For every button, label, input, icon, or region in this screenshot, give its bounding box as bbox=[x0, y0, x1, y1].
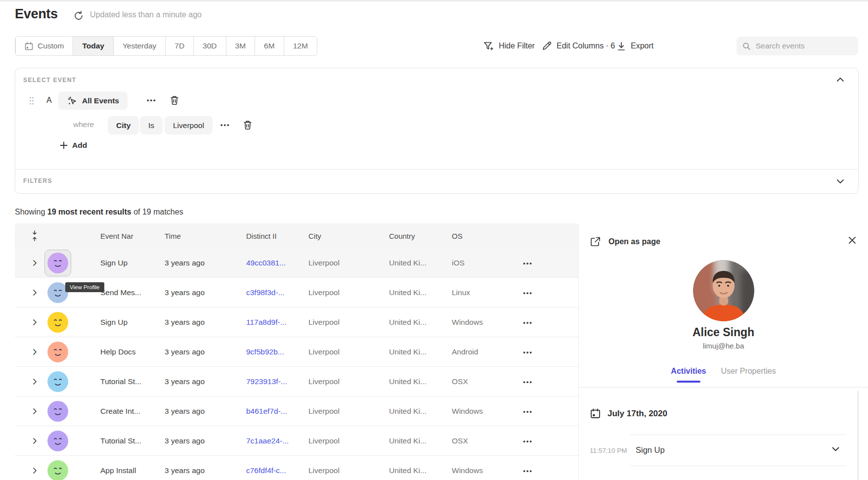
profile-photo[interactable] bbox=[693, 260, 754, 321]
country-cell: United Ki... bbox=[389, 396, 448, 426]
city-cell: Liverpool bbox=[308, 396, 385, 426]
expand-row-icon[interactable] bbox=[27, 307, 42, 337]
operator-chip-label: Is bbox=[148, 121, 154, 130]
user-avatar[interactable] bbox=[47, 341, 69, 363]
property-chip-label: City bbox=[116, 121, 130, 130]
distinct-id-link[interactable]: 7923913f-... bbox=[246, 377, 287, 386]
column-header-city[interactable]: City bbox=[308, 223, 321, 248]
distinct-id-link[interactable]: 7c1aae24-... bbox=[246, 436, 289, 445]
profile-tab[interactable]: User Properties bbox=[721, 367, 776, 383]
open-as-page-button[interactable]: Open as page bbox=[590, 236, 660, 247]
more-options-icon[interactable]: ••• bbox=[220, 121, 230, 129]
export-button[interactable]: Export bbox=[617, 36, 653, 56]
distinct-id-link[interactable]: 9cf5b92b... bbox=[246, 348, 284, 356]
value-chip[interactable]: Liverpool bbox=[165, 116, 213, 134]
event-name-cell: Help Docs bbox=[100, 337, 162, 367]
refresh-icon[interactable] bbox=[73, 10, 85, 22]
date-range-tab[interactable]: Yesterday bbox=[113, 37, 165, 55]
user-avatar[interactable] bbox=[47, 460, 69, 480]
close-icon[interactable] bbox=[848, 236, 856, 244]
expand-row-icon[interactable] bbox=[27, 248, 42, 278]
pencil-icon bbox=[542, 41, 552, 51]
date-range-tab[interactable]: Custom bbox=[15, 37, 73, 55]
row-more-options-icon[interactable]: ••• bbox=[523, 437, 533, 445]
row-more-options-icon[interactable]: ••• bbox=[523, 260, 533, 267]
city-cell: Liverpool bbox=[308, 337, 385, 367]
avatar-cell bbox=[44, 307, 71, 337]
table-row: Help Docs 3 years ago 9cf5b92b... Liverp… bbox=[15, 337, 578, 367]
avatar-cell bbox=[44, 248, 71, 278]
chevron-down-icon[interactable] bbox=[836, 177, 844, 186]
column-header-distinct-id[interactable]: Distinct II bbox=[246, 223, 277, 248]
row-more-options-icon[interactable]: ••• bbox=[523, 408, 533, 415]
distinct-id-cell: c3f98f3d-... bbox=[246, 278, 305, 307]
more-options-icon[interactable]: ••• bbox=[147, 96, 157, 104]
avatar-cell bbox=[44, 456, 71, 480]
row-more-options-icon[interactable]: ••• bbox=[523, 378, 533, 386]
scrollbar[interactable] bbox=[858, 391, 859, 480]
os-cell: Android bbox=[452, 337, 511, 367]
edit-columns-button[interactable]: Edit Columns · 6 bbox=[542, 36, 615, 56]
user-avatar[interactable] bbox=[44, 250, 71, 276]
column-header-time[interactable]: Time bbox=[165, 223, 181, 248]
column-header-os[interactable]: OS bbox=[452, 223, 463, 248]
add-clause-button[interactable]: Add bbox=[60, 141, 87, 150]
row-more-options-icon[interactable]: ••• bbox=[523, 289, 533, 297]
time-cell: 3 years ago bbox=[165, 396, 241, 426]
chevron-down-icon[interactable] bbox=[832, 447, 839, 451]
open-as-page-label: Open as page bbox=[608, 237, 660, 246]
expand-row-icon[interactable] bbox=[27, 426, 42, 456]
date-range-tab[interactable]: 6M bbox=[255, 37, 284, 55]
hide-filter-button[interactable]: Hide Filter bbox=[483, 36, 535, 56]
city-cell: Liverpool bbox=[308, 278, 385, 307]
search-events-box[interactable] bbox=[737, 37, 858, 55]
expand-row-icon[interactable] bbox=[27, 456, 42, 480]
drag-handle-icon[interactable] bbox=[29, 96, 34, 107]
column-header-event-name[interactable]: Event Nar bbox=[100, 223, 133, 248]
time-cell: 3 years ago bbox=[165, 278, 241, 307]
date-range-tab[interactable]: 12M bbox=[284, 37, 317, 55]
activity-item[interactable]: 11:57:10 PM Sign Up bbox=[579, 435, 868, 466]
distinct-id-link[interactable]: b461ef7d-... bbox=[246, 407, 287, 416]
expand-row-icon[interactable] bbox=[27, 337, 42, 367]
date-range-tab[interactable]: Today bbox=[73, 37, 113, 55]
collapse-rows-icon[interactable] bbox=[27, 223, 42, 248]
trash-icon[interactable] bbox=[170, 95, 179, 106]
distinct-id-link[interactable]: c3f98f3d-... bbox=[246, 288, 285, 297]
search-events-input[interactable] bbox=[756, 42, 852, 50]
profile-tab[interactable]: Activities bbox=[671, 367, 706, 383]
row-more-options-icon[interactable]: ••• bbox=[523, 349, 533, 356]
event-selector-chip[interactable]: All Events bbox=[58, 91, 128, 110]
property-chip[interactable]: City bbox=[108, 116, 139, 134]
date-range-tab-label: 7D bbox=[174, 42, 184, 50]
filters-label: FILTERS bbox=[23, 177, 52, 184]
distinct-id-link[interactable]: 49cc0381... bbox=[246, 259, 286, 267]
event-name-cell: Sign Up bbox=[100, 248, 162, 278]
row-more-options-icon[interactable]: ••• bbox=[523, 319, 533, 326]
distinct-id-cell: 49cc0381... bbox=[246, 248, 305, 278]
user-avatar[interactable] bbox=[47, 400, 69, 422]
expand-row-icon[interactable] bbox=[27, 367, 42, 396]
distinct-id-cell: 7c1aae24-... bbox=[246, 426, 305, 456]
expand-row-icon[interactable] bbox=[27, 278, 42, 307]
user-avatar[interactable] bbox=[47, 311, 69, 333]
operator-chip[interactable]: Is bbox=[140, 116, 163, 134]
expand-row-icon[interactable] bbox=[27, 396, 42, 426]
tabs-divider bbox=[579, 387, 868, 388]
distinct-id-link[interactable]: c76fdf4f-c... bbox=[246, 466, 286, 475]
user-avatar[interactable] bbox=[47, 430, 69, 452]
distinct-id-link[interactable]: 117a8d9f-... bbox=[246, 318, 287, 327]
row-more-options-icon[interactable]: ••• bbox=[523, 467, 533, 475]
date-range-tab[interactable]: 3M bbox=[226, 37, 255, 55]
column-header-country[interactable]: Country bbox=[389, 223, 415, 248]
table-header: Event Nar Time Distinct II City Country … bbox=[15, 223, 578, 248]
plus-icon bbox=[60, 141, 68, 149]
trash-icon[interactable] bbox=[243, 120, 253, 131]
chevron-up-icon[interactable] bbox=[836, 75, 844, 84]
event-selector-label: All Events bbox=[82, 96, 119, 105]
date-range-tab[interactable]: 7D bbox=[165, 37, 193, 55]
user-avatar[interactable] bbox=[47, 371, 69, 393]
avatar-cell bbox=[44, 426, 71, 456]
date-range-tab[interactable]: 30D bbox=[193, 37, 225, 55]
search-icon bbox=[742, 42, 751, 51]
